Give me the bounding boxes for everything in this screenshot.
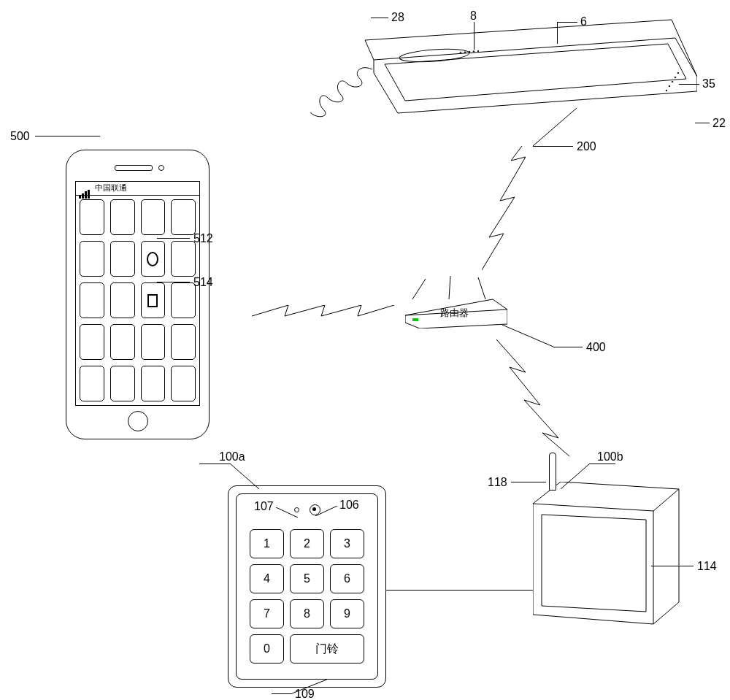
app-icon[interactable]: [141, 324, 166, 360]
svg-marker-1: [374, 38, 697, 113]
svg-point-9: [666, 90, 667, 91]
svg-line-19: [276, 507, 298, 518]
antenna-icon: [549, 453, 556, 491]
router-label: 路由器: [440, 307, 469, 320]
ref-label-500: 500: [10, 130, 30, 143]
doorbell-button[interactable]: 门铃: [290, 634, 364, 664]
leader-line: [276, 507, 298, 518]
key-9[interactable]: 9: [330, 599, 364, 628]
key-8[interactable]: 8: [290, 599, 324, 628]
phone-front-camera: [158, 165, 164, 171]
app-icon[interactable]: [80, 241, 104, 277]
ref-label-100a: 100a: [219, 450, 245, 464]
app-icon[interactable]: [80, 199, 104, 235]
app-icon[interactable]: [141, 366, 166, 401]
svg-point-12: [675, 77, 676, 78]
patent-figure: 中国联通: [0, 0, 730, 700]
leader-line: [533, 146, 573, 147]
svg-point-7: [473, 51, 474, 53]
status-bar: 中国联通: [76, 182, 199, 196]
leader-line: [157, 238, 190, 239]
app-icon[interactable]: [80, 324, 104, 360]
ref-label-8: 8: [470, 9, 477, 23]
leader-line: [557, 22, 577, 23]
keypad-grid: 1 2 3 4 5 6 7 8 9 0 门铃: [250, 529, 364, 667]
app-icon[interactable]: [110, 366, 135, 401]
phone-screen: 中国联通: [75, 181, 200, 406]
app-icon[interactable]: [110, 199, 135, 235]
svg-marker-22: [533, 482, 679, 624]
ref-label-6: 6: [580, 15, 587, 28]
svg-point-10: [669, 85, 670, 87]
leader-line: [230, 464, 259, 489]
leader-line: [157, 282, 190, 282]
monitor-device: [533, 482, 686, 628]
key-1[interactable]: 1: [250, 529, 284, 558]
key-2[interactable]: 2: [290, 529, 324, 558]
ref-label-109: 109: [295, 688, 315, 700]
app-icon[interactable]: [171, 324, 196, 360]
leader-line: [561, 464, 590, 489]
wireless-signal-icon: [482, 146, 526, 270]
square-glyph-icon: [147, 294, 158, 307]
leader-line: [590, 464, 615, 464]
ref-label-514: 514: [193, 276, 213, 289]
carrier-label: 中国联通: [95, 182, 127, 193]
leader-line: [272, 693, 292, 694]
ref-label-114: 114: [697, 560, 717, 573]
app-icon-514[interactable]: [141, 282, 166, 318]
key-3[interactable]: 3: [330, 529, 364, 558]
svg-line-14: [533, 108, 577, 146]
key-6[interactable]: 6: [330, 564, 364, 593]
signal-bars-icon: [79, 185, 93, 194]
key-7[interactable]: 7: [250, 599, 284, 628]
home-button[interactable]: [128, 411, 148, 431]
app-icon[interactable]: [141, 199, 166, 235]
key-5[interactable]: 5: [290, 564, 324, 593]
ref-label-35: 35: [702, 77, 715, 91]
ref-label-512: 512: [193, 232, 213, 245]
router: 路由器: [405, 270, 507, 328]
app-icon-512[interactable]: [141, 241, 166, 277]
smartphone: 中国联通: [66, 150, 210, 439]
app-grid: [80, 199, 196, 401]
key-4[interactable]: 4: [250, 564, 284, 593]
leader-line: [511, 482, 546, 482]
key-0[interactable]: 0: [250, 634, 284, 664]
svg-point-13: [677, 72, 679, 74]
svg-point-4: [460, 52, 461, 53]
app-icon[interactable]: [171, 241, 196, 277]
svg-line-20: [315, 506, 337, 516]
svg-line-27: [561, 464, 590, 489]
ref-label-100b: 100b: [597, 450, 623, 464]
app-icon[interactable]: [80, 282, 104, 318]
app-icon[interactable]: [110, 282, 135, 318]
leader-line: [533, 108, 577, 146]
ref-label-118: 118: [488, 476, 507, 489]
leader-line: [371, 18, 388, 18]
keypad-panel: 1 2 3 4 5 6 7 8 9 0 门铃: [236, 493, 378, 680]
phone-speaker: [115, 165, 153, 171]
app-icon[interactable]: [171, 282, 196, 318]
svg-line-18: [230, 464, 259, 489]
app-icon[interactable]: [171, 366, 196, 401]
leader-line: [315, 506, 337, 516]
wireless-signal-icon: [496, 339, 569, 456]
svg-point-6: [469, 51, 470, 53]
app-icon[interactable]: [171, 199, 196, 235]
leader-line: [557, 22, 558, 44]
svg-point-8: [477, 50, 479, 52]
ref-label-200: 200: [577, 140, 596, 153]
circle-glyph-icon: [147, 252, 158, 266]
router-led-icon: [412, 318, 418, 321]
leader-line: [35, 136, 100, 136]
keypad-device: 1 2 3 4 5 6 7 8 9 0 门铃: [228, 485, 386, 688]
app-icon[interactable]: [110, 241, 135, 277]
leader-line: [651, 566, 694, 566]
app-icon[interactable]: [110, 324, 135, 360]
ref-label-107: 107: [254, 500, 274, 513]
app-icon[interactable]: [80, 366, 104, 401]
leader-line: [679, 84, 699, 85]
ref-label-22: 22: [712, 117, 726, 130]
wireless-signal-icon: [252, 305, 394, 327]
